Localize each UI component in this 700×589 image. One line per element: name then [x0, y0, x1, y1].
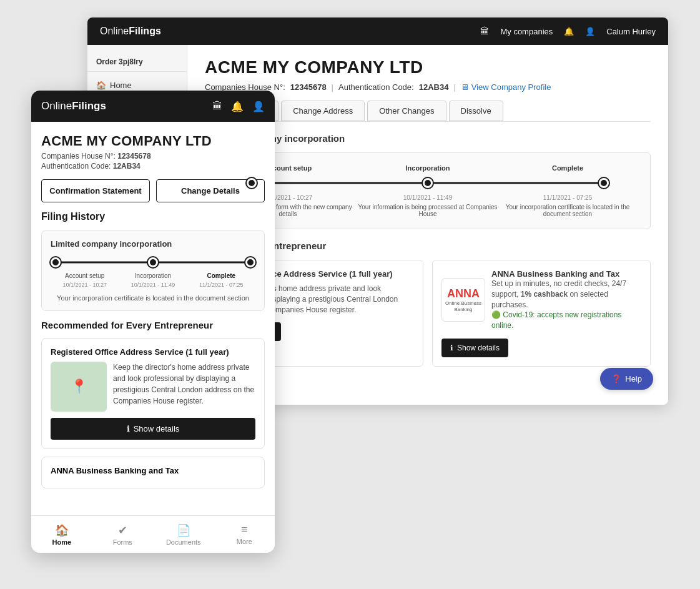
mobile-nav-more-label: More [237, 538, 252, 545]
mobile-rec-card-title-0: Registered Office Address Service (1 ful… [51, 347, 255, 357]
rec-card-title-1: ANNA Business Banking and Tax [491, 269, 641, 279]
confirmation-statement-btn[interactable]: Confirmation Statement [41, 179, 150, 202]
mobile-nav-forms-icon: ✔ [118, 523, 127, 537]
mobile-rec-card-body-0: 📍 Keep the director's home address priva… [51, 362, 255, 412]
show-details-btn-1[interactable]: ℹ Show details [441, 339, 508, 357]
step-label-2: Complete [552, 164, 583, 172]
mobile-tl-step-0 [51, 257, 61, 267]
mobile-scroll-area: ACME MY COMPANY LTD Companies House N°: … [31, 122, 275, 515]
ch-number: 12345678 [290, 82, 327, 92]
mobile-user-icon[interactable]: 👤 [252, 101, 265, 112]
mobile-tl-dates: 10/1/2021 - 10:27 10/1/2021 - 11:49 11/1… [51, 282, 255, 288]
rec-card-anna: ANNA Online Business Banking ANNA Busine… [432, 260, 651, 367]
mobile-topbar-icons: 🏛 🔔 👤 [212, 101, 265, 112]
mobile-nav-home-label: Home [52, 538, 71, 546]
mobile-nav-documents[interactable]: 📄 Documents [153, 523, 214, 546]
desktop-logo: OnlineFilings [100, 26, 161, 37]
mobile-tl-date-1: 10/1/2021 - 11:49 [119, 282, 187, 288]
mobile-building-icon[interactable]: 🏛 [212, 101, 222, 112]
info-icon-1: ℹ [450, 344, 453, 352]
mobile-tl-dot-2 [245, 257, 255, 267]
mobile-anna-title: ANNA Business Banking and Tax [51, 466, 255, 475]
step-date-2: 11/1/2021 - 07:25 [498, 194, 638, 201]
mobile-bell-icon[interactable]: 🔔 [231, 101, 244, 112]
mobile-tl-note: Your incorporation certificate is locate… [51, 294, 255, 302]
mobile-rec-text-0: Keep the director's home address private… [113, 362, 255, 407]
mobile-rec-card-0: Registered Office Address Service (1 ful… [41, 338, 265, 449]
tab-other-changes[interactable]: Other Changes [367, 101, 446, 121]
mobile-timeline-steps-row [51, 257, 255, 267]
desktop-topbar: OnlineFilings 🏛 My companies 🔔 👤 Calum H… [87, 17, 668, 45]
sidebar-order: Order 3pj8lry [87, 52, 187, 72]
mobile-tl-label-1: Incorporation [119, 272, 187, 279]
mobile-tl-date-0: 10/1/2021 - 10:27 [51, 282, 119, 288]
step-date-1: 10/1/2021 - 11:49 [358, 194, 498, 201]
my-companies-link[interactable]: My companies [500, 27, 553, 36]
mobile-tl-step-1 [148, 257, 158, 267]
mobile-info-icon-0: ℹ [127, 424, 130, 433]
mobile-nav-more[interactable]: ≡ More [214, 523, 275, 545]
mobile-ch-meta: Companies House N°: 12345678 [41, 152, 265, 161]
mobile-tl-date-2: 11/1/2021 - 07:25 [187, 282, 255, 288]
mobile-nav-home[interactable]: 🏠 Home [31, 523, 92, 546]
mobile-action-btns: Confirmation Statement Change Details [41, 179, 265, 202]
step-note-1: Your information is being processed at C… [358, 204, 498, 217]
auth-label: Authentication Code: [338, 82, 414, 92]
map-pin-icon: 📍 [71, 379, 87, 395]
mobile-tl-step-2 [245, 257, 255, 267]
desktop-topbar-right: 🏛 My companies 🔔 👤 Calum Hurley [480, 26, 656, 36]
mobile-nav-documents-icon: 📄 [177, 523, 190, 537]
tab-dissolve[interactable]: Dissolve [449, 101, 503, 121]
mobile-tl-label-2: Complete [187, 272, 255, 279]
mobile-auth-meta: Authentication Code: 12AB34 [41, 162, 265, 171]
desktop-company-meta: Companies House N°: 12345678 | Authentic… [205, 82, 651, 92]
step-note-2: Your incorporation certificate is locate… [498, 204, 638, 217]
view-profile-link[interactable]: 🖥 View Company Profile [461, 82, 551, 92]
rec-card-text-1: Set up in minutes, no credit checks, 24/… [491, 279, 641, 331]
anna-logo-box: ANNA Online Business Banking [441, 278, 485, 322]
mobile-nav-more-icon: ≡ [241, 523, 248, 537]
desktop-company-title: ACME MY COMPANY LTD [205, 57, 651, 77]
auth-code: 12AB34 [419, 82, 449, 92]
mobile-company-title: ACME MY COMPANY LTD [41, 133, 265, 149]
tab-change-address[interactable]: Change Address [281, 101, 365, 121]
home-icon: 🏠 [96, 81, 106, 90]
mobile-timeline-card: Limited company incorporation Account se… [41, 230, 265, 311]
mobile-auth-code: 12AB34 [113, 162, 140, 171]
mobile-nav-documents-label: Documents [166, 538, 201, 546]
mobile-timeline-card-title: Limited company incorporation [51, 239, 255, 249]
mobile-filing-history-title: Filing History [41, 211, 265, 222]
mobile-nav-forms-label: Forms [113, 538, 132, 546]
mobile-window: OnlineFilings 🏛 🔔 👤 ACME MY COMPANY LTD … [31, 91, 275, 553]
mobile-logo: OnlineFilings [41, 100, 106, 112]
mobile-nav-forms[interactable]: ✔ Forms [92, 523, 154, 546]
mobile-tl-labels: Account setup Incorporation Complete [51, 272, 255, 279]
anna-card: ANNA Online Business Banking ANNA Busine… [441, 269, 641, 331]
step-label-1: Incorporation [406, 164, 450, 172]
mobile-ch-number: 12345678 [117, 152, 150, 161]
help-icon: ❓ [611, 374, 621, 384]
help-button[interactable]: ❓ Help [600, 368, 653, 390]
mobile-bottom-nav: 🏠 Home ✔ Forms 📄 Documents ≡ More [31, 515, 275, 553]
mobile-rec-card-1: ANNA Business Banking and Tax [41, 457, 265, 488]
mobile-recommended-title: Recommended for Every Entrepreneur [41, 320, 265, 330]
user-name: Calum Hurley [606, 27, 656, 36]
user-icon[interactable]: 👤 [585, 27, 595, 36]
profile-icon: 🖥 [461, 82, 469, 92]
mobile-tl-dot-0 [51, 257, 61, 267]
bell-icon[interactable]: 🔔 [564, 27, 574, 36]
mobile-map-box: 📍 [51, 362, 107, 412]
mobile-tl-dot-1 [148, 257, 158, 267]
mobile-tl-label-0: Account setup [51, 272, 119, 279]
building-icon[interactable]: 🏛 [480, 26, 489, 36]
mobile-show-details-btn-0[interactable]: ℹ Show details [51, 418, 255, 440]
mobile-topbar: OnlineFilings 🏛 🔔 👤 [31, 91, 275, 122]
mobile-nav-home-icon: 🏠 [55, 523, 69, 537]
sidebar-home-label: Home [110, 81, 132, 90]
